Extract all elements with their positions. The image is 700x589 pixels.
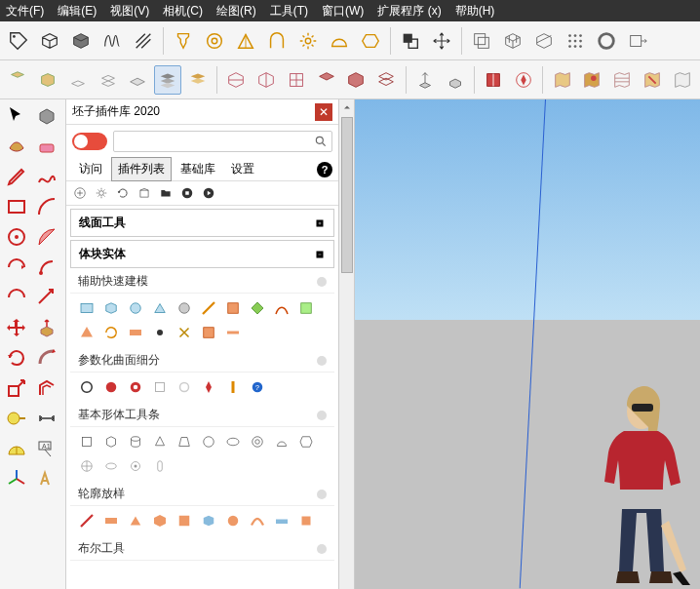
tool-hex-icon[interactable] (356, 26, 385, 56)
tool-map-c-icon[interactable] (639, 65, 667, 95)
tool-overlap-icon[interactable] (396, 26, 425, 56)
tool-arch-icon[interactable] (262, 26, 292, 56)
bs-icon-5[interactable] (174, 431, 195, 452)
tab-settings[interactable]: 设置 (224, 157, 261, 181)
bs-icon-2[interactable] (100, 431, 122, 452)
qm-icon-6[interactable] (198, 297, 219, 319)
tool-circle-target-icon[interactable] (200, 26, 229, 56)
qm-icon-13[interactable] (125, 322, 146, 343)
menu-draw[interactable]: 绘图(R) (216, 3, 256, 20)
lf-icon-3[interactable] (125, 510, 146, 531)
tool-rotate-icon[interactable] (2, 343, 31, 373)
lf-icon-4[interactable] (149, 510, 171, 531)
qm-icon-12[interactable] (100, 322, 122, 343)
tool-dot-grid-icon[interactable] (561, 26, 590, 56)
tool-followme-icon[interactable] (32, 343, 61, 373)
bs-icon-13[interactable] (125, 455, 146, 477)
tool-map-a-icon[interactable] (548, 65, 576, 95)
qm-icon-9[interactable] (271, 297, 292, 319)
panel-scrollbar[interactable] (339, 99, 355, 589)
tool-offset-icon[interactable] (32, 373, 61, 403)
tool-arc-f-icon[interactable] (32, 283, 61, 312)
sub-surface-subdiv[interactable]: 参数化曲面细分 (70, 349, 334, 373)
bs-icon-11[interactable] (76, 455, 97, 477)
bs-icon-7[interactable] (222, 431, 244, 452)
tool-section-c-icon[interactable] (283, 65, 311, 95)
tool-map-d-icon[interactable] (668, 65, 696, 95)
lf-icon-8[interactable] (247, 510, 268, 531)
section-line-face[interactable]: 线面工具 (70, 209, 334, 237)
lf-icon-1[interactable] (76, 510, 97, 531)
tab-visit[interactable]: 访问 (72, 157, 109, 181)
lf-icon-10[interactable] (295, 510, 317, 531)
close-button[interactable]: ✕ (315, 103, 332, 121)
tool-ring-icon[interactable] (592, 26, 621, 56)
folder-icon[interactable] (158, 185, 174, 201)
qm-icon-3[interactable] (125, 297, 146, 319)
sd-icon-1[interactable] (76, 376, 97, 398)
tool-map-grid-icon[interactable] (608, 65, 637, 95)
menu-extensions[interactable]: 扩展程序 (x) (377, 3, 441, 20)
tool-cube-grid-icon[interactable] (498, 26, 527, 56)
qm-icon-7[interactable] (222, 297, 244, 319)
tool-tag-icon[interactable] (4, 26, 33, 56)
tool-move-icon[interactable] (2, 313, 31, 342)
qm-icon-16[interactable] (198, 322, 219, 343)
tool-face-b-icon[interactable] (63, 65, 92, 95)
sections-scroll[interactable]: 线面工具 体块实体 辅助快速建模 (66, 206, 338, 589)
lf-icon-6[interactable] (198, 510, 219, 531)
tool-freehand-icon[interactable] (32, 162, 61, 191)
tool-pointer-icon[interactable] (2, 101, 31, 131)
tool-stack-icon[interactable] (154, 65, 182, 95)
qm-icon-10[interactable] (295, 297, 317, 319)
qm-icon-11[interactable] (76, 322, 97, 343)
tool-book-icon[interactable] (480, 65, 508, 95)
tool-arc-a-icon[interactable] (32, 192, 61, 221)
tool-eraser-icon[interactable] (32, 132, 61, 161)
tool-axes-icon[interactable] (2, 464, 31, 493)
sd-icon-7[interactable] (222, 376, 244, 398)
tool-section-b-icon[interactable] (253, 65, 281, 95)
tool-pushpull-icon[interactable] (32, 313, 61, 342)
refresh-icon[interactable] (115, 185, 131, 201)
sd-icon-8[interactable]: ? (247, 376, 268, 398)
tool-paint-icon[interactable] (2, 132, 31, 161)
sd-icon-2[interactable] (100, 376, 122, 398)
tool-section-d-icon[interactable] (312, 65, 340, 95)
tool-stack-b-icon[interactable] (183, 65, 212, 95)
viewport-3d[interactable] (355, 99, 700, 589)
tool-arc-d-icon[interactable] (32, 253, 61, 282)
tool-face-a-icon[interactable] (4, 65, 32, 95)
tool-pushpin-icon[interactable] (169, 26, 198, 56)
menu-view[interactable]: 视图(V) (110, 3, 149, 20)
bs-icon-4[interactable] (149, 431, 171, 452)
qm-icon-8[interactable] (247, 297, 268, 319)
tool-scale-icon[interactable] (2, 373, 31, 403)
gear-icon[interactable] (94, 185, 109, 201)
qm-icon-14[interactable] (149, 322, 171, 343)
sd-icon-4[interactable] (149, 376, 171, 398)
toggle-switch[interactable] (72, 133, 107, 150)
stop-icon[interactable] (179, 185, 195, 201)
tool-hatch-icon[interactable] (129, 26, 158, 56)
tool-arc-e-icon[interactable] (2, 283, 31, 312)
section-solids[interactable]: 体块实体 (70, 240, 334, 268)
tool-arc-b-icon[interactable] (32, 222, 61, 252)
tool-protractor-icon[interactable] (2, 434, 31, 463)
scroll-up-icon[interactable] (341, 101, 353, 113)
tool-circle-c-icon[interactable] (2, 222, 31, 252)
tab-plugin-list[interactable]: 插件列表 (111, 157, 172, 181)
menu-edit[interactable]: 编辑(E) (58, 3, 97, 20)
sub-boolean[interactable]: 布尔工具 (70, 537, 334, 561)
qm-icon-17[interactable] (222, 322, 244, 343)
sub-basic-shapes[interactable]: 基本形体工具条 (70, 404, 334, 427)
sd-icon-6[interactable] (198, 376, 219, 398)
scroll-thumb[interactable] (341, 117, 353, 273)
tool-tape-icon[interactable] (2, 404, 31, 433)
search-icon[interactable] (314, 135, 328, 148)
tool-rect-icon[interactable] (2, 192, 31, 221)
tool-face-d-icon[interactable] (124, 65, 152, 95)
tool-face-c-icon[interactable] (94, 65, 122, 95)
tool-map-b-icon[interactable] (578, 65, 606, 95)
bs-icon-12[interactable] (100, 455, 122, 477)
